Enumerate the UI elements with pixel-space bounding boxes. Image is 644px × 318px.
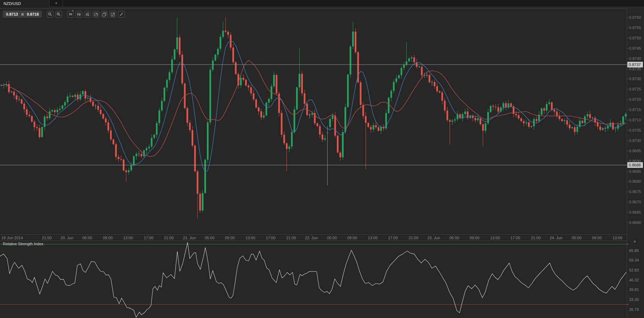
price-line-marker[interactable]: 0.8688: [627, 162, 643, 168]
time-axis-tick: [536, 234, 536, 235]
price-axis-tick: [627, 110, 628, 110]
time-axis-tick: [332, 234, 332, 235]
time-axis-tick: [393, 234, 393, 235]
time-axis-tick: [454, 234, 455, 235]
price-axis-tick: [627, 161, 628, 161]
indicator-settings-icon: [85, 12, 90, 17]
price-axis-label: 0.8715: [629, 108, 641, 112]
price-axis-tick: [627, 48, 628, 49]
rsi-axis-label: 52.83: [629, 268, 639, 272]
duplicate-chart-button[interactable]: [101, 11, 108, 18]
ask-price: 0.8718: [27, 12, 39, 16]
zoom-in-icon: [56, 12, 61, 17]
time-axis-tick: [230, 234, 230, 235]
price-axis-tick: [627, 69, 628, 69]
chart-toolbar: 0.8713 0.8718 30: [3, 11, 127, 18]
edit-chart-icon: [111, 12, 115, 17]
timeframe-dropdown-icon: [72, 10, 73, 11]
time-axis-tick: [617, 234, 618, 235]
time-axis-tick: [169, 234, 169, 235]
price-axis-tick: [627, 120, 628, 120]
price-axis-tick: [627, 17, 628, 18]
zoom-out-button[interactable]: [47, 11, 54, 18]
time-axis-tick: [291, 234, 292, 235]
indicator-settings-button[interactable]: [84, 11, 91, 18]
price-axis-label: 0.8745: [629, 46, 641, 50]
rsi-axis-label: 65.85: [629, 248, 639, 253]
timeframe-button[interactable]: 30: [67, 11, 74, 18]
price-axis-label: 0.8675: [629, 190, 641, 194]
edit-chart-button[interactable]: [110, 11, 116, 18]
time-axis-label: 13:00: [603, 236, 632, 240]
draw-button[interactable]: [118, 11, 125, 18]
slow-ma-line[interactable]: [1, 60, 626, 156]
time-axis-tick: [434, 234, 434, 235]
time-axis-tick: [271, 234, 271, 235]
zoom-in-button[interactable]: [55, 11, 62, 18]
price-axis-tick: [627, 89, 628, 89]
draw-icon: [119, 12, 124, 17]
price-axis-label: 0.8685: [629, 169, 641, 174]
rsi-axis-label: 46.32: [629, 278, 639, 282]
price-axis-label: 0.8755: [629, 26, 641, 30]
quote-panel[interactable]: 0.8713 0.8718: [3, 11, 42, 18]
price-axis-tick: [627, 151, 628, 151]
chart-canvas[interactable]: [0, 0, 644, 318]
price-axis-label: 0.8680: [629, 179, 641, 183]
bid-price: 0.8713: [6, 12, 18, 16]
time-axis-tick: [108, 234, 108, 235]
new-tab-button[interactable]: +: [50, 0, 63, 7]
rsi-close-icon[interactable]: ×: [633, 239, 636, 244]
price-axis-label: 0.8695: [629, 149, 641, 153]
price-axis-tick: [627, 59, 628, 59]
price-axis-label: 0.8730: [629, 77, 641, 81]
chart-mode-button[interactable]: [93, 11, 99, 18]
price-axis-label: 0.8750: [629, 36, 641, 40]
rsi-axis-label: 26.79: [629, 307, 639, 312]
price-axis-label: 0.8725: [629, 87, 641, 91]
tab-bar: NZD/USD +: [0, 0, 644, 7]
price-axis-tick: [627, 181, 628, 182]
time-axis-tick: [495, 234, 495, 235]
tab-nzdusd[interactable]: NZD/USD: [0, 0, 50, 7]
rsi-axis-label: 59.34: [629, 258, 639, 262]
tab-symbol-label: NZD/USD: [4, 1, 21, 6]
time-axis-tick: [311, 234, 312, 235]
price-line-marker[interactable]: 0.8737: [627, 62, 643, 67]
chart-type-button[interactable]: [76, 11, 82, 18]
time-axis-tick: [149, 234, 149, 235]
time-axis-tick: [597, 234, 597, 235]
time-axis-label: 19 Jun 2014: [1, 236, 31, 240]
price-axis-label: 0.8740: [629, 56, 641, 61]
price-axis-tick: [627, 192, 628, 192]
rsi-axis-label: 39.81: [629, 287, 639, 292]
price-axis-tick: [627, 202, 628, 202]
candles-layer: [0, 17, 627, 218]
rsi-axis-label: 33.30: [629, 297, 639, 302]
price-axis-tick: [627, 212, 628, 213]
duplicate-chart-icon: [102, 12, 107, 17]
time-axis-tick: [413, 234, 414, 235]
price-axis-label: 0.8700: [629, 138, 641, 143]
price-axis-label: 0.8720: [629, 97, 641, 102]
zoom-out-icon: [48, 12, 52, 17]
plus-icon: +: [55, 0, 58, 6]
time-axis-tick: [210, 234, 210, 235]
time-axis-tick: [515, 234, 516, 235]
price-axis-label: 0.8665: [629, 210, 641, 214]
chart-type-icon: [77, 12, 81, 17]
time-axis-tick: [1, 234, 2, 235]
chart-mode-icon: [94, 12, 98, 17]
time-axis-tick: [87, 234, 88, 235]
time-axis-tick: [474, 234, 475, 235]
rsi-line: [0, 242, 626, 317]
price-axis-label: 0.8660: [629, 220, 641, 225]
price-axis-tick: [627, 141, 628, 141]
price-axis-label: 0.8705: [629, 128, 641, 132]
fast-ma-line[interactable]: [1, 41, 626, 172]
time-axis-tick: [577, 234, 577, 235]
spread-icon: [21, 13, 24, 16]
timeframe-30-icon: 30: [69, 12, 72, 16]
time-axis-tick: [47, 234, 47, 235]
price-axis-tick: [627, 130, 628, 131]
